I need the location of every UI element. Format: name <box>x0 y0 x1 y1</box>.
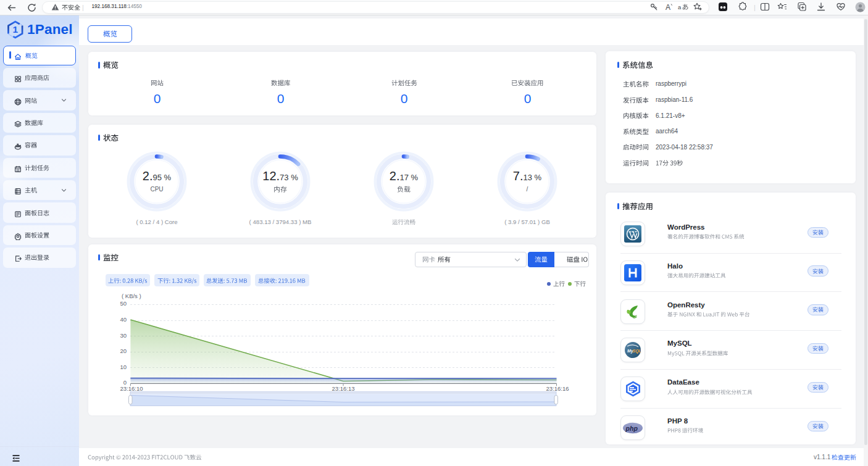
svg-text:a: a <box>678 4 682 10</box>
svg-text:1: 1 <box>12 24 18 35</box>
svg-text:SQL: SQL <box>632 349 641 354</box>
svg-text:A: A <box>666 3 670 12</box>
svg-text:php: php <box>625 425 638 432</box>
